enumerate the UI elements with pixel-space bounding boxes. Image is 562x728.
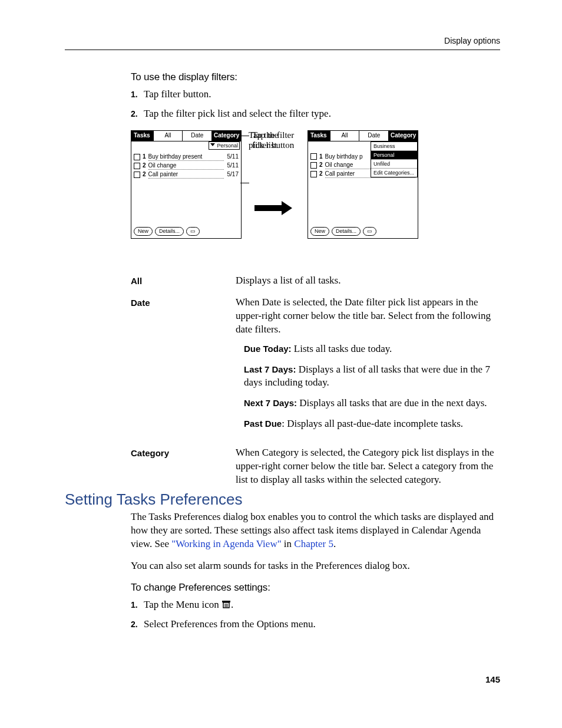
callout-line: [240, 136, 249, 136]
note-icon: ▭: [363, 227, 376, 236]
def-category: Category When Category is selected, the …: [131, 446, 500, 487]
filter-definitions: All Displays a list of all tasks. Date W…: [131, 274, 500, 487]
checkbox-icon: [134, 154, 140, 160]
category-dropdown: Business Personal Unfiled Edit Categorie…: [371, 141, 418, 177]
button-row: New Details... ▭: [310, 227, 376, 236]
step-2: 2.Select Preferences from the Options me…: [131, 618, 500, 631]
task-list: 1Buy birthday present5/11 2Oil change5/1…: [131, 151, 241, 179]
term: Category: [131, 446, 236, 487]
titlebar: Tasks All Date Category: [131, 131, 241, 141]
sub-text: Lists all tasks due today.: [292, 343, 392, 354]
callout-pick-list: Tap the filter pick list: [249, 130, 294, 150]
term: All: [131, 274, 236, 288]
link-chapter-5[interactable]: Chapter 5: [294, 538, 333, 549]
step-num: 2.: [131, 108, 144, 120]
running-head: Display options: [444, 35, 500, 47]
step-1: 1.Tap the Menu icon .: [131, 598, 500, 612]
tab-all: All: [153, 131, 183, 141]
step-text: Tap the Menu icon: [144, 599, 222, 610]
def-all: All Displays a list of all tasks.: [131, 274, 500, 288]
steps-prefs: 1.Tap the Menu icon . 2.Select Preferenc…: [131, 598, 500, 631]
sub-text: Displays all tasks that are due in the n…: [297, 397, 487, 409]
new-button: New: [310, 227, 329, 236]
heading-setting-prefs: Setting Tasks Preferences: [65, 489, 243, 510]
para-alarm: You can also set alarm sounds for tasks …: [131, 559, 500, 573]
arrow-icon: [254, 202, 296, 214]
new-button: New: [134, 227, 153, 236]
checkbox-icon: [134, 163, 140, 169]
step-num: 2.: [131, 619, 144, 630]
menu-icon: [222, 600, 231, 608]
step-text: Select Preferences from the Options menu…: [144, 618, 316, 630]
task-row: 2Call painter5/17: [134, 171, 239, 179]
picklist-value: Personal: [217, 142, 238, 149]
details-button: Details...: [332, 227, 361, 236]
step-num: 1.: [131, 89, 144, 100]
app-title: Tasks: [308, 131, 330, 141]
step-text-end: .: [231, 599, 233, 610]
definition: Displays a list of all tasks.: [236, 274, 500, 288]
tab-date: Date: [359, 131, 388, 141]
sub-label: Due Today:: [244, 344, 292, 354]
dropdown-item-selected: Personal: [371, 151, 417, 160]
tab-date: Date: [182, 131, 211, 141]
step-text: Tap the filter pick list and select the …: [144, 108, 331, 119]
step-num: 1.: [131, 599, 144, 611]
checkbox-icon: [310, 162, 317, 169]
definition: When Category is selected, the Category …: [236, 446, 500, 487]
note-icon: ▭: [186, 227, 200, 236]
sub-label: Next 7 Days:: [244, 398, 297, 408]
tab-all: All: [330, 131, 359, 141]
header-rule: [65, 50, 500, 50]
definition: When Date is selected, the Date filter p…: [236, 296, 500, 439]
checkbox-icon: [310, 171, 317, 177]
titlebar: Tasks All Date Category: [308, 131, 418, 141]
page-number: 145: [485, 674, 500, 686]
dropdown-item: Edit Categories...: [371, 169, 417, 177]
subhead-prefs: To change Preferences settings:: [131, 581, 500, 595]
task-row: 2Oil change5/11: [134, 162, 239, 170]
steps-filters: 1.Tap filter button. 2.Tap the filter pi…: [131, 88, 500, 121]
sub-text: : Displays all past-due-date incomplete …: [282, 418, 463, 429]
task-row: 1Buy birthday present5/11: [134, 153, 239, 161]
callout-line: [240, 183, 249, 183]
step-text: Tap filter button.: [144, 88, 211, 100]
term: Date: [131, 296, 236, 439]
checkbox-icon: [134, 172, 140, 178]
subhead-filters: To use the display filters:: [131, 71, 500, 84]
sub-label: Last 7 Days:: [244, 364, 296, 374]
screenshot-tasks-right: Tasks All Date Category 1Buy birthday p …: [308, 130, 418, 239]
button-row: New Details... ▭: [134, 227, 200, 236]
link-agenda-view[interactable]: "Working in Agenda View": [171, 538, 281, 549]
checkbox-icon: [310, 153, 317, 160]
tab-category: Category: [388, 131, 418, 141]
tab-category: Category: [211, 131, 241, 141]
para-prefs-intro: The Tasks Preferences dialog box enables…: [131, 510, 500, 551]
step-2: 2.Tap the filter pick list and select th…: [131, 107, 500, 121]
filter-picklist: Personal: [209, 141, 240, 150]
dropdown-icon: [210, 143, 215, 146]
figure-filters: Tasks All Date Category Personal 1Buy bi…: [131, 130, 500, 260]
def-date: Date When Date is selected, the Date fil…: [131, 296, 500, 439]
screenshot-tasks-left: Tasks All Date Category Personal 1Buy bi…: [131, 130, 242, 239]
date-subfilters: Due Today: Lists all tasks due today. La…: [244, 342, 500, 431]
sub-label: Past Due: [244, 419, 282, 429]
details-button: Details...: [155, 227, 184, 236]
dropdown-item: Unfiled: [371, 160, 417, 169]
app-title: Tasks: [131, 131, 153, 141]
dropdown-item: Business: [371, 142, 417, 151]
step-1: 1.Tap filter button.: [131, 88, 500, 101]
